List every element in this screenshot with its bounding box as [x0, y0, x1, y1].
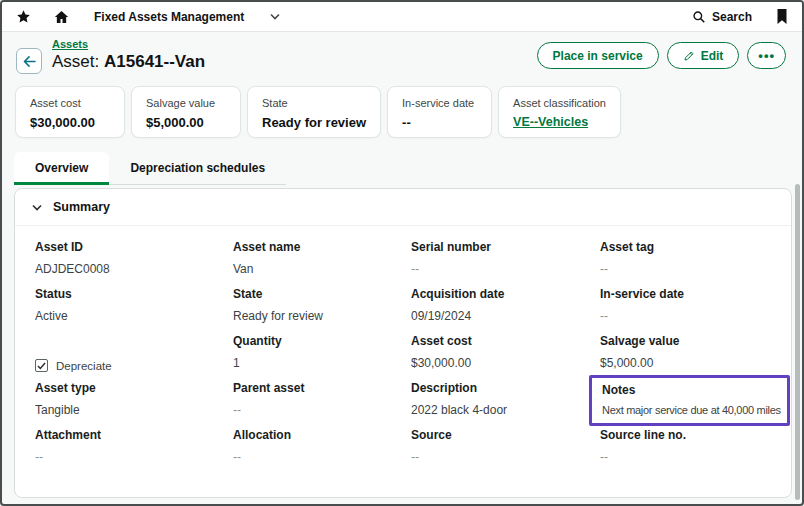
- field-source: Source --: [411, 428, 600, 475]
- card-value: $30,000.00: [30, 115, 110, 130]
- summary-panel: Summary Asset ID ADJDEC0008 Asset name V…: [14, 188, 792, 498]
- field-source-line-no: Source line no. --: [600, 428, 790, 475]
- field-value: $5,000.00: [600, 356, 790, 370]
- field-asset-cost: Asset cost $30,000.00: [411, 334, 600, 381]
- field-in-service-date: In-service date --: [600, 287, 790, 334]
- field-label: Serial number: [411, 240, 600, 254]
- field-label: Asset tag: [600, 240, 790, 254]
- edit-button[interactable]: Edit: [667, 42, 740, 69]
- field-value: 09/19/2024: [411, 309, 600, 323]
- field-state: State Ready for review: [233, 287, 411, 334]
- field-value: --: [35, 450, 233, 464]
- field-label: In-service date: [600, 287, 790, 301]
- field-value: ADJDEC0008: [35, 262, 233, 276]
- card-asset-classification: Asset classification VE--Vehicles: [498, 86, 621, 138]
- favorite-star-icon[interactable]: [16, 9, 31, 24]
- summary-section-header[interactable]: Summary: [15, 189, 791, 226]
- field-asset-tag: Asset tag --: [600, 240, 790, 287]
- card-label: In-service date: [402, 97, 477, 109]
- card-salvage-value: Salvage value $5,000.00: [131, 86, 241, 138]
- field-value: --: [233, 450, 411, 464]
- place-in-service-button[interactable]: Place in service: [537, 42, 659, 69]
- app-switcher[interactable]: Fixed Assets Management: [94, 10, 280, 24]
- bookmark-icon[interactable]: [776, 9, 788, 24]
- page-title: Asset: A15641--Van: [52, 52, 205, 72]
- breadcrumb-assets-link[interactable]: Assets: [52, 38, 88, 50]
- field-label: Salvage value: [600, 334, 790, 348]
- field-asset-name: Asset name Van: [233, 240, 411, 287]
- field-label: State: [233, 287, 411, 301]
- card-label: State: [262, 97, 366, 109]
- page-title-prefix: Asset:: [52, 52, 99, 71]
- chevron-down-icon: [32, 204, 42, 211]
- search-icon: [692, 10, 706, 24]
- card-state: State Ready for review: [247, 86, 381, 138]
- field-label: Asset name: [233, 240, 411, 254]
- field-value: Ready for review: [233, 309, 411, 323]
- field-label: Parent asset: [233, 381, 411, 395]
- tab-overview[interactable]: Overview: [14, 152, 109, 185]
- back-button[interactable]: [16, 48, 42, 74]
- arrow-left-icon: [23, 56, 36, 67]
- card-label: Salvage value: [146, 97, 226, 109]
- card-label: Asset cost: [30, 97, 110, 109]
- depreciate-checkbox[interactable]: [35, 359, 48, 372]
- header-actions: Place in service Edit •••: [537, 42, 786, 69]
- field-value: --: [411, 262, 600, 276]
- depreciate-label: Depreciate: [56, 360, 112, 372]
- more-actions-button[interactable]: •••: [747, 42, 786, 69]
- summary-title: Summary: [53, 200, 110, 214]
- vertical-scrollbar[interactable]: [795, 184, 800, 500]
- edit-label: Edit: [701, 49, 724, 63]
- app-title: Fixed Assets Management: [94, 10, 244, 24]
- field-value: --: [600, 450, 790, 464]
- field-label: Source: [411, 428, 600, 442]
- field-label: Asset type: [35, 381, 233, 395]
- field-label: Allocation: [233, 428, 411, 442]
- field-quantity: Quantity 1: [233, 334, 411, 381]
- tab-depreciation-schedules[interactable]: Depreciation schedules: [109, 152, 286, 185]
- field-notes: Notes Next major service due at 40,000 m…: [600, 381, 790, 428]
- top-bar: Fixed Assets Management Search: [2, 2, 802, 32]
- field-value: 2022 black 4-door: [411, 403, 600, 417]
- notes-highlight-box: Notes Next major service due at 40,000 m…: [589, 375, 790, 426]
- field-value: --: [600, 262, 790, 276]
- page-title-id: A15641--Van: [104, 52, 205, 71]
- field-label: Source line no.: [600, 428, 790, 442]
- field-status: Status Active: [35, 287, 233, 334]
- field-value: --: [233, 403, 411, 417]
- field-label: Asset cost: [411, 334, 600, 348]
- field-label: Asset ID: [35, 240, 233, 254]
- card-in-service-date: In-service date --: [387, 86, 492, 138]
- search-button[interactable]: Search: [692, 10, 752, 24]
- field-description: Description 2022 black 4-door: [411, 381, 600, 428]
- field-label: Description: [411, 381, 600, 395]
- pencil-icon: [683, 50, 695, 62]
- field-salvage-value: Salvage value $5,000.00: [600, 334, 790, 381]
- summary-fields-grid: Asset ID ADJDEC0008 Asset name Van Seria…: [15, 226, 791, 475]
- page-header: Assets Asset: A15641--Van: [16, 38, 205, 74]
- stat-cards: Asset cost $30,000.00 Salvage value $5,0…: [15, 86, 621, 138]
- card-value: --: [402, 115, 477, 130]
- field-value: Tangible: [35, 403, 233, 417]
- field-acquisition-date: Acquisition date 09/19/2024: [411, 287, 600, 334]
- field-allocation: Allocation --: [233, 428, 411, 475]
- field-asset-type: Asset type Tangible: [35, 381, 233, 428]
- field-value: Van: [233, 262, 411, 276]
- field-parent-asset: Parent asset --: [233, 381, 411, 428]
- asset-classification-link[interactable]: VE--Vehicles: [513, 115, 606, 129]
- depreciate-checkbox-row[interactable]: Depreciate: [35, 359, 233, 372]
- card-value: Ready for review: [262, 115, 366, 130]
- field-value: $30,000.00: [411, 356, 600, 370]
- field-asset-id: Asset ID ADJDEC0008: [35, 240, 233, 287]
- field-label: Status: [35, 287, 233, 301]
- field-attachment: Attachment --: [35, 428, 233, 475]
- field-value: --: [600, 309, 790, 323]
- chevron-down-icon: [270, 13, 280, 20]
- field-depreciate: Depreciate: [35, 334, 233, 381]
- tab-bar: Overview Depreciation schedules: [14, 152, 286, 185]
- field-value: --: [411, 450, 600, 464]
- field-value: Active: [35, 309, 233, 323]
- home-icon[interactable]: [53, 9, 70, 25]
- card-asset-cost: Asset cost $30,000.00: [15, 86, 125, 138]
